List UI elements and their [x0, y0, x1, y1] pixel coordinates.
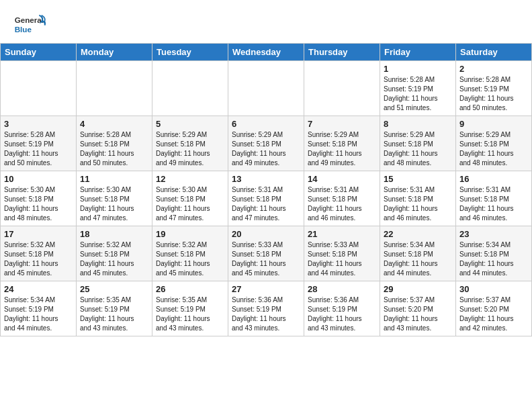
calendar-day-header: Wednesday: [228, 44, 304, 61]
calendar-day-cell: 27Sunrise: 5:36 AM Sunset: 5:19 PM Dayli…: [228, 281, 304, 336]
day-info: Sunrise: 5:29 AM Sunset: 5:18 PM Dayligh…: [459, 130, 528, 168]
logo-icon: General Blue: [13, 11, 47, 38]
day-number: 27: [232, 284, 300, 294]
calendar-day-cell: 11Sunrise: 5:30 AM Sunset: 5:18 PM Dayli…: [77, 171, 152, 226]
day-number: 1: [384, 64, 452, 74]
calendar-day-cell: 30Sunrise: 5:37 AM Sunset: 5:20 PM Dayli…: [456, 281, 532, 336]
calendar-day-header: Friday: [380, 44, 456, 61]
calendar-day-cell: 29Sunrise: 5:37 AM Sunset: 5:20 PM Dayli…: [380, 281, 456, 336]
calendar-day-cell: [77, 61, 152, 116]
calendar-day-cell: 8Sunrise: 5:29 AM Sunset: 5:18 PM Daylig…: [380, 116, 456, 171]
day-number: 11: [80, 174, 148, 184]
day-number: 24: [4, 284, 73, 294]
day-info: Sunrise: 5:32 AM Sunset: 5:18 PM Dayligh…: [156, 240, 224, 278]
calendar-day-cell: 22Sunrise: 5:34 AM Sunset: 5:18 PM Dayli…: [380, 226, 456, 281]
calendar-day-cell: 14Sunrise: 5:31 AM Sunset: 5:18 PM Dayli…: [304, 171, 380, 226]
day-number: 7: [308, 119, 376, 129]
day-number: 14: [308, 174, 376, 184]
day-info: Sunrise: 5:28 AM Sunset: 5:19 PM Dayligh…: [384, 75, 452, 113]
day-info: Sunrise: 5:32 AM Sunset: 5:18 PM Dayligh…: [4, 240, 73, 278]
calendar-day-cell: 7Sunrise: 5:29 AM Sunset: 5:18 PM Daylig…: [304, 116, 380, 171]
calendar-week-row: 1Sunrise: 5:28 AM Sunset: 5:19 PM Daylig…: [1, 61, 532, 116]
calendar-table: SundayMondayTuesdayWednesdayThursdayFrid…: [0, 43, 532, 336]
calendar-day-cell: 3Sunrise: 5:28 AM Sunset: 5:19 PM Daylig…: [1, 116, 77, 171]
day-number: 2: [459, 64, 528, 74]
calendar-day-cell: [228, 61, 304, 116]
day-info: Sunrise: 5:32 AM Sunset: 5:18 PM Dayligh…: [80, 240, 148, 278]
calendar-day-cell: 9Sunrise: 5:29 AM Sunset: 5:18 PM Daylig…: [456, 116, 532, 171]
day-number: 15: [384, 174, 452, 184]
calendar-day-header: Saturday: [456, 44, 532, 61]
day-number: 10: [4, 174, 73, 184]
calendar-day-cell: 21Sunrise: 5:33 AM Sunset: 5:18 PM Dayli…: [304, 226, 380, 281]
day-number: 25: [80, 284, 148, 294]
calendar-day-cell: 1Sunrise: 5:28 AM Sunset: 5:19 PM Daylig…: [380, 61, 456, 116]
calendar-day-cell: 16Sunrise: 5:31 AM Sunset: 5:18 PM Dayli…: [456, 171, 532, 226]
day-info: Sunrise: 5:28 AM Sunset: 5:19 PM Dayligh…: [459, 75, 528, 113]
calendar-day-cell: 23Sunrise: 5:34 AM Sunset: 5:18 PM Dayli…: [456, 226, 532, 281]
calendar-day-cell: 5Sunrise: 5:29 AM Sunset: 5:18 PM Daylig…: [152, 116, 228, 171]
calendar-week-row: 3Sunrise: 5:28 AM Sunset: 5:19 PM Daylig…: [1, 116, 532, 171]
day-info: Sunrise: 5:34 AM Sunset: 5:19 PM Dayligh…: [4, 295, 73, 333]
svg-text:General: General: [15, 15, 44, 24]
day-info: Sunrise: 5:29 AM Sunset: 5:18 PM Dayligh…: [156, 130, 224, 168]
calendar-day-cell: 15Sunrise: 5:31 AM Sunset: 5:18 PM Dayli…: [380, 171, 456, 226]
calendar-day-cell: 19Sunrise: 5:32 AM Sunset: 5:18 PM Dayli…: [152, 226, 228, 281]
calendar-day-cell: 26Sunrise: 5:35 AM Sunset: 5:19 PM Dayli…: [152, 281, 228, 336]
calendar-day-cell: 13Sunrise: 5:31 AM Sunset: 5:18 PM Dayli…: [228, 171, 304, 226]
calendar-day-cell: 18Sunrise: 5:32 AM Sunset: 5:18 PM Dayli…: [77, 226, 152, 281]
day-info: Sunrise: 5:31 AM Sunset: 5:18 PM Dayligh…: [384, 185, 452, 223]
logo: General Blue: [13, 11, 47, 38]
day-info: Sunrise: 5:37 AM Sunset: 5:20 PM Dayligh…: [459, 295, 528, 333]
calendar-day-header: Thursday: [304, 44, 380, 61]
day-number: 22: [384, 229, 452, 239]
day-number: 12: [156, 174, 224, 184]
day-info: Sunrise: 5:28 AM Sunset: 5:18 PM Dayligh…: [80, 130, 148, 168]
day-number: 20: [232, 229, 300, 239]
day-info: Sunrise: 5:33 AM Sunset: 5:18 PM Dayligh…: [308, 240, 376, 278]
calendar-day-cell: 4Sunrise: 5:28 AM Sunset: 5:18 PM Daylig…: [77, 116, 152, 171]
day-number: 9: [459, 119, 528, 129]
day-number: 28: [308, 284, 376, 294]
calendar-day-cell: 12Sunrise: 5:30 AM Sunset: 5:18 PM Dayli…: [152, 171, 228, 226]
day-info: Sunrise: 5:33 AM Sunset: 5:18 PM Dayligh…: [232, 240, 300, 278]
day-info: Sunrise: 5:31 AM Sunset: 5:18 PM Dayligh…: [308, 185, 376, 223]
day-info: Sunrise: 5:29 AM Sunset: 5:18 PM Dayligh…: [384, 130, 452, 168]
day-info: Sunrise: 5:35 AM Sunset: 5:19 PM Dayligh…: [156, 295, 224, 333]
calendar-day-header: Monday: [77, 44, 152, 61]
page-header: General Blue: [0, 0, 532, 43]
day-info: Sunrise: 5:31 AM Sunset: 5:18 PM Dayligh…: [232, 185, 300, 223]
calendar-day-cell: 17Sunrise: 5:32 AM Sunset: 5:18 PM Dayli…: [1, 226, 77, 281]
day-number: 8: [384, 119, 452, 129]
day-number: 3: [4, 119, 73, 129]
calendar-day-cell: 2Sunrise: 5:28 AM Sunset: 5:19 PM Daylig…: [456, 61, 532, 116]
day-info: Sunrise: 5:35 AM Sunset: 5:19 PM Dayligh…: [80, 295, 148, 333]
calendar-day-cell: [1, 61, 77, 116]
calendar-day-cell: [304, 61, 380, 116]
day-info: Sunrise: 5:31 AM Sunset: 5:18 PM Dayligh…: [459, 185, 528, 223]
calendar-day-header: Tuesday: [152, 44, 228, 61]
calendar-day-cell: 28Sunrise: 5:36 AM Sunset: 5:19 PM Dayli…: [304, 281, 380, 336]
day-number: 17: [4, 229, 73, 239]
day-number: 23: [459, 229, 528, 239]
calendar-week-row: 24Sunrise: 5:34 AM Sunset: 5:19 PM Dayli…: [1, 281, 532, 336]
day-number: 19: [156, 229, 224, 239]
calendar-day-cell: 24Sunrise: 5:34 AM Sunset: 5:19 PM Dayli…: [1, 281, 77, 336]
day-number: 30: [459, 284, 528, 294]
calendar-week-row: 10Sunrise: 5:30 AM Sunset: 5:18 PM Dayli…: [1, 171, 532, 226]
day-number: 29: [384, 284, 452, 294]
day-number: 16: [459, 174, 528, 184]
calendar-day-cell: [152, 61, 228, 116]
day-info: Sunrise: 5:36 AM Sunset: 5:19 PM Dayligh…: [232, 295, 300, 333]
day-number: 4: [80, 119, 148, 129]
day-number: 5: [156, 119, 224, 129]
day-info: Sunrise: 5:30 AM Sunset: 5:18 PM Dayligh…: [4, 185, 73, 223]
day-info: Sunrise: 5:30 AM Sunset: 5:18 PM Dayligh…: [156, 185, 224, 223]
day-info: Sunrise: 5:28 AM Sunset: 5:19 PM Dayligh…: [4, 130, 73, 168]
svg-text:Blue: Blue: [15, 25, 32, 34]
day-info: Sunrise: 5:34 AM Sunset: 5:18 PM Dayligh…: [384, 240, 452, 278]
calendar-day-cell: 6Sunrise: 5:29 AM Sunset: 5:18 PM Daylig…: [228, 116, 304, 171]
day-info: Sunrise: 5:30 AM Sunset: 5:18 PM Dayligh…: [80, 185, 148, 223]
day-info: Sunrise: 5:37 AM Sunset: 5:20 PM Dayligh…: [384, 295, 452, 333]
calendar-day-cell: 25Sunrise: 5:35 AM Sunset: 5:19 PM Dayli…: [77, 281, 152, 336]
